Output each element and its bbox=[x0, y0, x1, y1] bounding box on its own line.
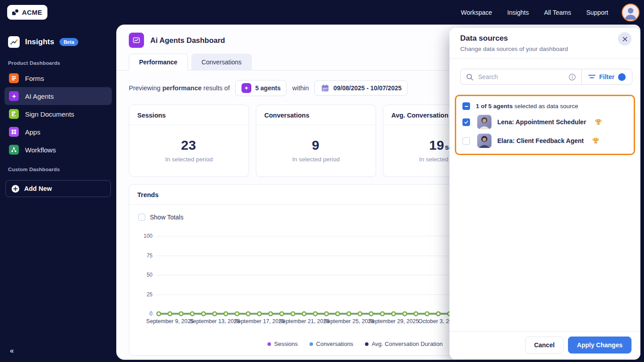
data-sources-drawer: Data sources Change data sources of your… bbox=[449, 28, 640, 359]
drawer-header-divider bbox=[449, 59, 640, 59]
acme-logo[interactable]: ACME bbox=[7, 5, 47, 20]
drawer-header: Data sources Change data sources of your… bbox=[449, 28, 640, 59]
x-tick-label: September 9, 2025 bbox=[146, 318, 194, 324]
avg-duration-value: 19 bbox=[429, 138, 444, 152]
close-drawer-button[interactable] bbox=[618, 32, 631, 46]
filter-button[interactable]: Filter 1 bbox=[582, 73, 632, 81]
section-product-dashboards: Product Dashboards bbox=[0, 52, 116, 69]
insights-app-icon bbox=[8, 36, 20, 48]
filter-count-badge: 1 bbox=[618, 73, 626, 81]
sign-documents-icon bbox=[9, 109, 19, 119]
plus-icon bbox=[11, 185, 20, 193]
drawer-footer: Cancel Apply Changes bbox=[449, 331, 640, 359]
search-filter-bar: Filter 1 bbox=[460, 69, 632, 85]
search-input[interactable] bbox=[478, 73, 568, 80]
nav-workspace[interactable]: Workspace bbox=[461, 9, 492, 16]
stat-card-sessions: Sessions 23 In selected period bbox=[129, 105, 249, 177]
ai-agents-icon bbox=[9, 91, 19, 101]
conversations-value: 9 bbox=[312, 138, 319, 152]
dashboard-icon bbox=[129, 33, 144, 48]
agent-avatar-elara bbox=[477, 134, 491, 148]
sidebar-item-sign-documents[interactable]: Sign Documents bbox=[4, 105, 112, 123]
legend-conversations: Conversations bbox=[309, 341, 353, 347]
user-avatar[interactable] bbox=[622, 4, 640, 21]
x-tick-label: September 17, 2025 bbox=[234, 318, 284, 324]
calendar-icon bbox=[321, 84, 330, 93]
agent-row-lena[interactable]: Lena: Appointment Scheduler bbox=[456, 113, 634, 131]
info-icon[interactable] bbox=[568, 73, 576, 81]
close-icon bbox=[623, 37, 627, 42]
selection-summary-text: 1 of 5 agents selected as data source bbox=[476, 103, 578, 109]
legend-dot-avg-duration bbox=[365, 342, 369, 346]
filter-icon bbox=[588, 74, 596, 80]
page-title: Ai Agents Dashboard bbox=[150, 36, 225, 45]
acme-logo-icon bbox=[11, 8, 20, 17]
drawer-subtitle: Change data sources of your dashboard bbox=[460, 46, 630, 52]
checkbox-unchecked[interactable] bbox=[138, 214, 145, 221]
search-icon bbox=[466, 73, 474, 81]
beta-badge: Beta bbox=[59, 38, 78, 46]
selection-summary-row: 1 of 5 agents selected as data source bbox=[456, 100, 634, 113]
x-tick-label: September 29, 2025 bbox=[368, 318, 419, 324]
agents-selection-highlight: 1 of 5 agents selected as data source Le… bbox=[455, 95, 635, 155]
agent-row-elara[interactable]: Elara: Client Feedback Agent bbox=[456, 131, 634, 150]
sidebar-item-ai-agents[interactable]: AI Agents bbox=[4, 87, 112, 105]
person-icon bbox=[623, 4, 639, 21]
legend-dot-conversations bbox=[309, 342, 313, 346]
legend-dot-sessions bbox=[267, 342, 271, 346]
legend-avg-duration: Avg. Conversation Duration bbox=[365, 341, 443, 347]
nav-all-teams[interactable]: All Teams bbox=[544, 9, 571, 16]
tab-performance[interactable]: Performance bbox=[129, 54, 188, 71]
section-custom-dashboards: Custom Dashboards bbox=[0, 159, 116, 176]
add-new-button[interactable]: Add New bbox=[5, 180, 111, 197]
workflows-icon bbox=[9, 145, 19, 155]
agent-checkbox-checked[interactable] bbox=[462, 118, 470, 126]
collapse-sidebar-button[interactable]: « bbox=[10, 347, 14, 355]
select-all-checkbox-indeterminate[interactable] bbox=[462, 102, 470, 110]
x-tick-label: September 13, 2025 bbox=[189, 318, 240, 324]
stat-card-conversations: Conversations 9 In selected period bbox=[256, 105, 376, 177]
cancel-button[interactable]: Cancel bbox=[525, 337, 564, 354]
sidebar-item-forms[interactable]: Forms bbox=[4, 69, 112, 87]
nav-insights[interactable]: Insights bbox=[507, 9, 529, 16]
nav-support[interactable]: Support bbox=[586, 9, 608, 16]
date-range-button[interactable]: 09/08/2025 - 10/07/2025 bbox=[314, 80, 408, 96]
sidebar-item-workflows[interactable]: Workflows bbox=[4, 141, 112, 159]
sidebar: Insights Beta Product Dashboards Forms A… bbox=[0, 25, 116, 362]
sidebar-app-header: Insights Beta bbox=[0, 25, 116, 52]
app-title: Insights bbox=[25, 38, 54, 46]
ai-sparkle-icon bbox=[242, 83, 251, 93]
forms-icon bbox=[9, 73, 19, 83]
tab-conversations[interactable]: Conversations bbox=[191, 54, 252, 71]
brand-name: ACME bbox=[22, 8, 42, 16]
drawer-title: Data sources bbox=[460, 34, 630, 43]
filter-row-text: Previewing performance results of bbox=[129, 84, 230, 92]
sidebar-item-apps[interactable]: Apps bbox=[4, 123, 112, 141]
x-tick-label: September 21, 2025 bbox=[279, 318, 329, 324]
sessions-value: 23 bbox=[181, 138, 196, 152]
top-bar: ACME Workspace Insights All Teams Suppor… bbox=[0, 0, 644, 25]
x-tick-label: September 25, 2025 bbox=[323, 318, 374, 324]
agents-select-button[interactable]: 5 agents bbox=[235, 80, 287, 96]
trophy-icon bbox=[592, 137, 599, 144]
agent-checkbox-unchecked[interactable] bbox=[462, 137, 470, 145]
legend-sessions: Sessions bbox=[267, 341, 298, 347]
apply-changes-button[interactable]: Apply Changes bbox=[568, 337, 631, 354]
trophy-icon bbox=[595, 118, 602, 126]
within-text: within bbox=[292, 84, 309, 92]
apps-icon bbox=[9, 127, 19, 137]
top-nav: Workspace Insights All Teams Support bbox=[461, 0, 608, 25]
agent-avatar-lena bbox=[477, 115, 491, 129]
